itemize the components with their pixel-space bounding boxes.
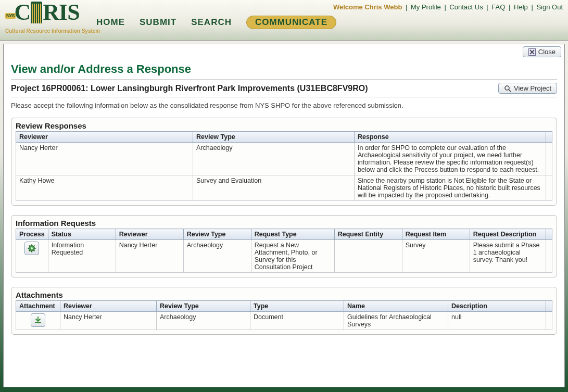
col-status[interactable]: Status xyxy=(48,229,116,240)
col-attachment[interactable]: Attachment xyxy=(16,301,60,312)
link-sign-out[interactable]: Sign Out xyxy=(536,3,563,11)
col-request-item[interactable]: Request Item xyxy=(402,229,470,240)
link-my-profile[interactable]: My Profile xyxy=(411,3,441,11)
cell-request-entity xyxy=(334,240,402,273)
nav-search[interactable]: SEARCH xyxy=(191,17,232,28)
link-help[interactable]: Help xyxy=(514,3,528,11)
review-responses-title: Review Responses xyxy=(16,121,552,130)
col-review-type[interactable]: Review Type xyxy=(157,301,250,312)
col-trailing xyxy=(546,132,552,143)
content-frame: Close View and/or Address a Response Pro… xyxy=(3,44,565,387)
cell-name: Guidelines for Archaeological Surveys xyxy=(344,312,448,330)
welcome-text: Welcome Chris Webb xyxy=(333,3,402,11)
cell-response: In order for SHPO to complete our evalua… xyxy=(355,143,546,175)
svg-line-13 xyxy=(34,246,35,247)
logo-subtitle: Cultural Resource Information System xyxy=(5,28,100,34)
cell-reviewer: Kathy Howe xyxy=(16,175,193,201)
top-links: Welcome Chris Webb | My Profile | Contac… xyxy=(333,3,563,11)
col-trailing xyxy=(546,301,552,312)
close-label: Close xyxy=(538,48,556,56)
cell-request-desc: Please submit a Phase 1 archaeological s… xyxy=(470,240,546,273)
col-description[interactable]: Description xyxy=(448,301,546,312)
main-nav: HOME SUBMIT SEARCH COMMUNICATE xyxy=(96,16,336,29)
svg-rect-15 xyxy=(35,322,41,323)
cell-description: null xyxy=(448,312,546,330)
cell-review-type: Archaeology xyxy=(183,240,251,273)
download-button[interactable] xyxy=(31,313,45,327)
search-icon xyxy=(504,85,511,92)
nav-home[interactable]: HOME xyxy=(96,17,125,28)
process-button[interactable] xyxy=(24,242,39,255)
svg-point-3 xyxy=(505,86,509,90)
cell-reviewer: Nancy Herter xyxy=(60,312,157,330)
attachments-table: Attachment Reviewer Review Type Type Nam… xyxy=(16,300,552,330)
cell-status: Information Requested xyxy=(48,240,116,273)
review-responses-table: Reviewer Review Type Response Nancy Hert… xyxy=(16,131,552,201)
col-name[interactable]: Name xyxy=(344,301,448,312)
review-responses-panel: Review Responses Reviewer Review Type Re… xyxy=(11,118,557,206)
download-icon xyxy=(34,316,42,324)
link-faq[interactable]: FAQ xyxy=(491,3,505,11)
col-review-type[interactable]: Review Type xyxy=(193,132,355,143)
attachments-panel: Attachments Attachment Reviewer Review T… xyxy=(11,287,557,335)
cell-response: Since the nearby pump station is Not Eli… xyxy=(355,175,546,201)
link-contact-us[interactable]: Contact Us xyxy=(449,3,483,11)
cell-review-type: Archaeology xyxy=(157,312,250,330)
close-icon xyxy=(528,48,536,56)
col-request-desc[interactable]: Request Description xyxy=(470,229,546,240)
col-request-type[interactable]: Request Type xyxy=(251,229,334,240)
table-row[interactable]: Nancy Herter Archaeology In order for SH… xyxy=(16,143,552,175)
view-project-button[interactable]: View Project xyxy=(498,83,557,94)
table-row[interactable]: Nancy Herter Archaeology Document Guidel… xyxy=(16,312,552,330)
cell-request-type: Request a New Attachment, Photo, or Surv… xyxy=(251,240,334,273)
instruction-text: Please accept the following information … xyxy=(11,102,557,109)
app-header: NYSCRIS Cultural Resource Information Sy… xyxy=(0,0,568,41)
cell-reviewer: Nancy Herter xyxy=(16,143,193,175)
information-requests-table: Process Status Reviewer Review Type Requ… xyxy=(16,229,552,273)
project-title: Project 16PR00061: Lower Lansingburgh Ri… xyxy=(11,84,368,93)
col-type[interactable]: Type xyxy=(250,301,344,312)
col-trailing xyxy=(546,229,552,240)
table-row[interactable]: Information Requested Nancy Herter Archa… xyxy=(16,240,552,273)
gear-icon xyxy=(28,244,36,252)
toolbar: Close xyxy=(4,44,564,59)
col-review-type[interactable]: Review Type xyxy=(183,229,251,240)
svg-point-6 xyxy=(31,247,33,249)
information-requests-panel: Information Requests Process Status Revi… xyxy=(11,215,557,277)
view-project-label: View Project xyxy=(514,84,551,92)
logo[interactable]: NYSCRIS xyxy=(5,1,80,24)
col-reviewer[interactable]: Reviewer xyxy=(16,132,193,143)
cell-review-type: Survey and Evaluation xyxy=(193,175,355,201)
svg-line-14 xyxy=(29,250,30,251)
col-reviewer[interactable]: Reviewer xyxy=(60,301,157,312)
attachments-title: Attachments xyxy=(16,290,552,299)
col-reviewer[interactable]: Reviewer xyxy=(116,229,183,240)
svg-line-4 xyxy=(509,90,511,92)
information-requests-title: Information Requests xyxy=(16,219,552,227)
svg-line-11 xyxy=(29,246,30,247)
cell-request-item: Survey xyxy=(402,240,470,273)
close-button[interactable]: Close xyxy=(523,46,561,57)
nav-communicate[interactable]: COMMUNICATE xyxy=(246,16,336,29)
page-title: View and/or Address a Response xyxy=(11,62,557,80)
cell-review-type: Archaeology xyxy=(193,143,355,175)
svg-line-12 xyxy=(34,250,35,251)
col-response[interactable]: Response xyxy=(355,132,546,143)
col-process[interactable]: Process xyxy=(16,229,48,240)
nav-submit[interactable]: SUBMIT xyxy=(140,17,176,28)
cell-reviewer: Nancy Herter xyxy=(116,240,183,273)
col-request-entity[interactable]: Request Entity xyxy=(334,229,402,240)
table-row[interactable]: Kathy Howe Survey and Evaluation Since t… xyxy=(16,175,552,201)
cell-type: Document xyxy=(250,312,344,330)
